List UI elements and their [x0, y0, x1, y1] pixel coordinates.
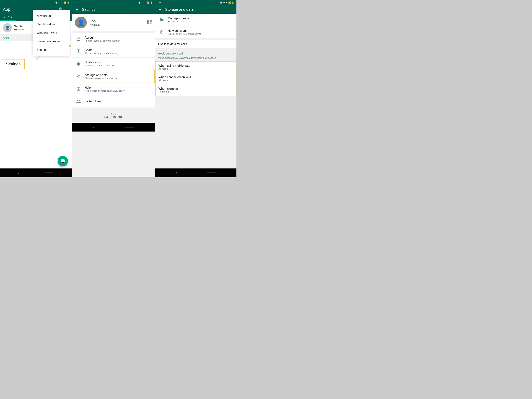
nav-bar-2: ‹ [72, 123, 155, 132]
settings-item-notifications[interactable]: Notifications Message, group & call tone… [72, 58, 155, 70]
settings-item-chats[interactable]: Chats Theme, wallpapers, chat history [72, 45, 155, 58]
nav-back-1[interactable]: ‹ [18, 171, 19, 175]
profile-avatar: 👤 [75, 17, 87, 28]
profile-name: Jon [90, 19, 144, 23]
app-title: App [3, 7, 10, 12]
nav-back-3[interactable]: ‹ [176, 171, 177, 175]
menu-item-new-group[interactable]: New group [33, 12, 70, 20]
settings-item-invite[interactable]: Invite a friend [72, 95, 155, 108]
storage-icon [75, 73, 82, 80]
svg-rect-10 [151, 23, 152, 24]
storage-header: ← Storage and data [155, 5, 236, 14]
from-facebook: from FACEBOOK [72, 109, 155, 123]
nav-bar-3: ‹ [155, 168, 236, 177]
settings-text-account: Account Privacy, security, change number [85, 36, 152, 42]
settings-text-invite: Invite a friend [85, 100, 152, 103]
status-bar-2: 1:49 ⏰ ⊖ ▲ 📶 🔋 [72, 0, 155, 5]
settings-text-chats: Chats Theme, wallpapers, chat history [85, 48, 152, 55]
nav-pill-1 [44, 172, 54, 173]
menu-item-starred-messages[interactable]: Starred messages [33, 37, 70, 46]
settings-title: Settings [82, 7, 95, 12]
archived-label: Archi [3, 36, 9, 39]
status-bar-1: ⏰ ⊖ ▲ 📶 🔋 [0, 0, 72, 5]
settings-text-help: Help Help center, contact us, privacy po… [85, 86, 152, 92]
dropdown-menu: New group New broadcast WhatsApp Web Sta… [33, 10, 70, 56]
status-icons-1: ⏰ ⊖ ▲ 📶 🔋 [55, 1, 70, 4]
svg-rect-6 [148, 23, 149, 24]
svg-rect-9 [150, 23, 151, 24]
storage-item-manage[interactable]: Manage storage 361.5 MB [155, 14, 236, 26]
storage-text-network: Network usage 2.1 MB sent • 32.5 MB rece… [168, 29, 234, 35]
tab-chats[interactable]: CHATS [0, 14, 16, 21]
status-icons-2: ⏰ ⊖ ▲ 📶 🔋 [138, 1, 152, 4]
profile-section[interactable]: 👤 Jon Available [72, 14, 155, 32]
settings-header: ← Settings [72, 5, 155, 14]
svg-rect-7 [150, 22, 150, 23]
from-label: from [76, 113, 151, 116]
chats-icon [75, 48, 82, 55]
back-arrow-storage[interactable]: ← [158, 7, 162, 12]
fab-icon: 💬 [60, 159, 65, 164]
facebook-label: FACEBOOK [76, 116, 151, 119]
nav-pill-3 [207, 172, 216, 173]
settings-item-help[interactable]: Help Help center, contact us, privacy po… [72, 83, 155, 95]
settings-text-storage: Storage and data Network usage, auto-dow… [85, 74, 152, 80]
settings-tooltip: Settings [2, 59, 25, 69]
nav-pill-2 [125, 127, 134, 127]
menu-item-whatsapp-web[interactable]: WhatsApp Web [33, 29, 70, 37]
panel-chats: ⏰ ⊖ ▲ 📶 🔋 App 🔍 ⋮ CHATS 👤 Sarah 📹 Video [0, 0, 72, 177]
notifications-icon [75, 60, 82, 67]
panel-settings: 1:49 ⏰ ⊖ ▲ 📶 🔋 ← Settings 👤 Jon Availabl… [72, 0, 155, 177]
qr-icon[interactable] [147, 19, 152, 25]
back-arrow-settings[interactable]: ← [75, 7, 79, 12]
profile-info: Jon Available [90, 19, 144, 26]
settings-text-notifications: Notifications Message, group & call tone… [85, 61, 152, 67]
account-icon [75, 35, 82, 43]
network-usage-icon [158, 29, 165, 36]
menu-item-settings[interactable]: Settings [33, 46, 70, 54]
profile-status: Available [90, 23, 144, 26]
media-auto-section: When using mobile data All media When co… [155, 61, 236, 96]
invite-icon [75, 98, 82, 105]
help-icon [75, 86, 82, 93]
media-when-wifi[interactable]: When connected on Wi-Fi All media [156, 73, 236, 84]
status-time-3: 1:49 [157, 1, 161, 4]
use-less-data[interactable]: Use less data for calls [155, 40, 236, 48]
video-icon: 📹 [14, 28, 17, 31]
status-icons-3: ⏰ ⊖ ▲ 📶 🔋 [220, 1, 234, 4]
manage-storage-icon [158, 16, 165, 23]
menu-item-new-broadcast[interactable]: New broadcast [33, 20, 70, 29]
media-auto-download-header: Media auto-download [155, 50, 236, 56]
nav-bar-1: ‹ [0, 168, 72, 177]
panel-storage-data: 1:49 ⏰ ⊖ ▲ 📶 🔋 ← Storage and data Manage… [155, 0, 236, 177]
storage-text-manage: Manage storage 361.5 MB [168, 17, 234, 23]
status-bar-3: 1:49 ⏰ ⊖ ▲ 📶 🔋 [155, 0, 236, 5]
nav-back-2[interactable]: ‹ [93, 125, 94, 129]
new-chat-fab[interactable]: 💬 [58, 156, 68, 166]
avatar-sarah: 👤 [3, 23, 12, 32]
yellow-dot [69, 45, 71, 47]
storage-item-network[interactable]: Network usage 2.1 MB sent • 32.5 MB rece… [155, 26, 236, 38]
status-time-2: 1:49 [74, 1, 78, 4]
settings-item-account[interactable]: Account Privacy, security, change number [72, 33, 155, 45]
media-when-mobile[interactable]: When using mobile data All media [156, 62, 236, 73]
svg-rect-4 [150, 20, 151, 21]
storage-title: Storage and data [165, 7, 193, 12]
svg-rect-2 [148, 20, 149, 21]
media-auto-download-desc: Voice messages are always automatically … [155, 56, 236, 61]
svg-rect-8 [151, 22, 152, 23]
storage-group: Manage storage 361.5 MB Network usage 2.… [155, 14, 236, 38]
settings-item-storage[interactable]: Storage and data Network usage, auto-dow… [72, 70, 155, 83]
settings-group: Account Privacy, security, change number… [72, 33, 155, 108]
media-when-roaming[interactable]: When roaming No media [156, 84, 236, 96]
